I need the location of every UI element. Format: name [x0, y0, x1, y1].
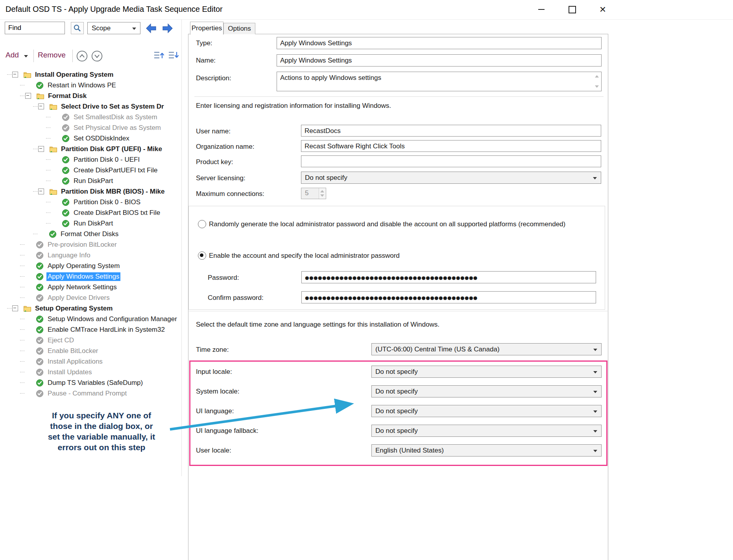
tree-item[interactable]: Dump TS Variables (SafeDump) [0, 377, 181, 388]
step-status-icon [49, 230, 57, 238]
close-icon: × [600, 4, 606, 15]
locale-dropdown[interactable]: Do not specify [371, 385, 602, 397]
tree-item[interactable]: Select Drive to Set as System Dr [0, 101, 181, 112]
tree-expander[interactable] [12, 305, 18, 311]
tree-item[interactable]: Language Info [0, 250, 181, 261]
tree-expander[interactable] [38, 146, 44, 152]
tree-connector [20, 244, 25, 245]
remove-button[interactable]: Remove [38, 51, 66, 59]
confirm-password-field[interactable]: ●●●●●●●●●●●●●●●●●●●●●●●●●●●●●●●●●●●●●●●● [301, 291, 596, 303]
tree-connector [20, 361, 25, 362]
tree-item[interactable]: Install Applications [0, 356, 181, 367]
tree-item[interactable]: Apply Windows Settings [0, 271, 181, 282]
tree-item[interactable]: Enable CMTrace HardLink in System32 [0, 324, 181, 335]
password-field[interactable]: ●●●●●●●●●●●●●●●●●●●●●●●●●●●●●●●●●●●●●●●● [301, 271, 596, 283]
tab-options[interactable]: Options [223, 23, 255, 34]
back-button[interactable] [145, 22, 157, 34]
tree-item[interactable]: Setup Windows and Configuration Manager [0, 314, 181, 324]
tree-connector [20, 340, 25, 341]
tree-item[interactable]: Create DiskPart BIOS txt File [0, 207, 181, 218]
step-status-icon [36, 251, 44, 259]
tree-item[interactable]: Partition Disk MBR (BIOS) - Mike [0, 186, 181, 197]
find-input[interactable] [5, 22, 65, 34]
tree-item[interactable]: Install Operating System [0, 69, 181, 80]
tree-item-label: Partition Disk GPT (UEFI) - Mike [60, 145, 163, 153]
description-field[interactable]: Actions to apply Windows settings [277, 72, 602, 91]
spinner-up-icon [320, 190, 324, 192]
max-connections-spinner[interactable]: 5 [301, 188, 326, 199]
scroll-up-icon[interactable] [595, 75, 599, 78]
search-button[interactable] [71, 22, 84, 34]
close-button[interactable]: × [594, 3, 611, 16]
organization-field[interactable]: Recast Software Right Click Tools [301, 140, 601, 152]
maximize-button[interactable] [563, 3, 581, 16]
tree-item[interactable]: Partition Disk 0 - UEFI [0, 154, 181, 165]
chevron-down-icon [593, 410, 597, 413]
product-key-field[interactable] [301, 155, 601, 167]
name-field[interactable]: Apply Windows Settings [277, 54, 602, 67]
tree-item[interactable]: Set Physical Drive as System [0, 122, 181, 133]
locale-dropdown[interactable]: Do not specify [371, 405, 602, 417]
user-name-field[interactable]: RecastDocs [301, 125, 601, 137]
tree-item[interactable]: Setup Operating System [0, 303, 181, 314]
radio-enable-account[interactable] [198, 251, 206, 260]
type-value: Apply Windows Settings [280, 39, 352, 47]
tree-item[interactable]: Apply Device Drivers [0, 292, 181, 303]
tree-item[interactable]: Partition Disk 0 - BIOS [0, 197, 181, 207]
tree-connector [20, 393, 25, 394]
chevron-down-icon [24, 55, 28, 57]
tree-expander[interactable] [38, 103, 44, 109]
tree-item[interactable]: Run DiskPart [0, 176, 181, 186]
timezone-intro: Select the default time zone and languag… [196, 321, 439, 329]
tree-item-label: Partition Disk 0 - BIOS [72, 198, 142, 207]
collapse-all-icon [168, 50, 179, 61]
tree-item[interactable]: Set OSDDiskIndex [0, 133, 181, 144]
minimize-button[interactable] [533, 3, 550, 16]
spinner-buttons[interactable] [319, 188, 326, 199]
tree-item[interactable]: Format Disk [0, 91, 181, 101]
tab-properties[interactable]: Properties [190, 22, 223, 35]
radio-random-password[interactable] [198, 220, 206, 228]
time-zone-dropdown[interactable]: (UTC-06:00) Central Time (US & Canada) [371, 343, 602, 355]
scroll-down-icon[interactable] [595, 85, 599, 88]
tree-item[interactable]: Set SmallestDisk as System [0, 112, 181, 122]
tree-item[interactable]: Create DiskPartUEFI txt File [0, 165, 181, 176]
locale-label: System locale: [196, 388, 240, 396]
tree-expander[interactable] [12, 72, 18, 78]
move-up-button[interactable] [76, 50, 88, 62]
chevron-down-icon [132, 28, 136, 30]
move-down-button[interactable] [91, 50, 103, 62]
step-status-icon [36, 81, 44, 89]
tree-item[interactable]: Install Updates [0, 367, 181, 377]
expand-all-button[interactable] [153, 50, 165, 62]
tree-item-label: Set SmallestDisk as System [72, 113, 159, 122]
tree-connector [20, 351, 25, 351]
tree-item[interactable]: Format Other Disks [0, 229, 181, 239]
tree-item[interactable]: Partition Disk GPT (UEFI) - Mike [0, 144, 181, 154]
add-button[interactable]: Add [6, 51, 28, 59]
tree-item[interactable]: Apply Network Settings [0, 282, 181, 292]
tree-item[interactable]: Eject CD [0, 335, 181, 346]
password-masked-value: ●●●●●●●●●●●●●●●●●●●●●●●●●●●●●●●●●●●●●●●● [305, 275, 478, 281]
tree-item[interactable]: Pre-provision BitLocker [0, 239, 181, 250]
tree-item[interactable]: Apply Operating System [0, 261, 181, 271]
locale-dropdown[interactable]: Do not specify [371, 366, 602, 378]
group-folder-icon [49, 188, 57, 196]
locale-dropdown[interactable]: English (United States) [371, 444, 602, 457]
tree-item[interactable]: Run DiskPart [0, 218, 181, 229]
scope-dropdown[interactable]: Scope [87, 22, 140, 34]
server-licensing-dropdown[interactable]: Do not specify [301, 172, 601, 184]
locale-value: English (United States) [375, 447, 444, 454]
type-field[interactable]: Apply Windows Settings [277, 37, 602, 49]
tree-expander[interactable] [25, 93, 31, 99]
tree-item[interactable]: Enable BitLocker [0, 346, 181, 356]
tree-expander[interactable] [38, 189, 44, 194]
tree-item[interactable]: Restart in Windows PE [0, 80, 181, 91]
tree-item-label: Apply Network Settings [46, 283, 118, 292]
product-key-label: Product key: [196, 158, 233, 166]
tree-item[interactable]: Pause - Command Prompt [0, 388, 181, 399]
forward-button[interactable] [161, 22, 174, 34]
locale-dropdown[interactable]: Do not specify [371, 425, 602, 437]
collapse-all-button[interactable] [168, 50, 180, 62]
tree-item-label: Create DiskPartUEFI txt File [72, 166, 159, 175]
